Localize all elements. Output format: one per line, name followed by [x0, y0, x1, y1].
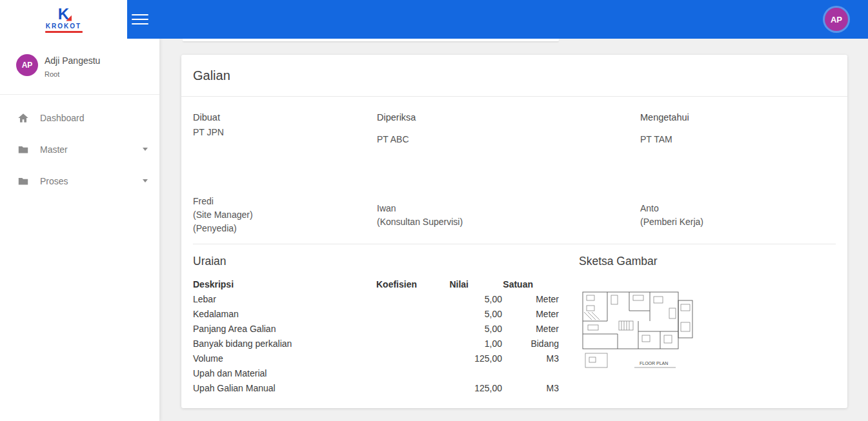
sidebar-item-label: Proses — [40, 176, 68, 186]
approval-company: PT ABC — [377, 134, 558, 144]
signer-name: Fredi — [193, 195, 253, 208]
sidebar-item-label: Dashboard — [40, 113, 85, 123]
folder-icon — [17, 175, 30, 187]
signer-name: Anto — [640, 202, 703, 215]
column-header-nilai: Nilai — [434, 279, 502, 289]
approval-column-diperiksa: Diperiksa PT ABC Iwan (Konsultan Supervi… — [377, 112, 558, 144]
uraian-cell-deskripsi: Lebar — [193, 294, 376, 304]
uraian-cell-deskripsi: Upah dan Material — [193, 368, 376, 378]
signer-role: (Penyedia) — [193, 222, 253, 235]
uraian-cell-satuan: Meter — [502, 294, 559, 304]
folder-icon — [17, 144, 30, 155]
sidebar-item-dashboard[interactable]: Dashboard — [0, 102, 159, 133]
uraian-row: Panjang Area Galian5,00Meter — [193, 321, 559, 336]
chevron-down-icon — [143, 179, 148, 182]
uraian-table-body: Lebar5,00MeterKedalaman5,00MeterPanjang … — [193, 291, 559, 395]
logo-text: KROKOT — [45, 23, 83, 30]
sidebar: AP Adji Pangestu Root Dashboard Master P… — [0, 39, 159, 421]
user-name: Adji Pangestu — [45, 55, 100, 66]
uraian-cell-satuan: Bidang — [502, 338, 559, 349]
sidebar-divider — [0, 94, 159, 95]
floor-plan-caption: FLOOR PLAN — [640, 361, 668, 366]
sketsa-heading: Sketsa Gambar — [579, 255, 658, 268]
uraian-cell-nilai: 1,00 — [434, 338, 502, 349]
approval-signature: Anto (Pemberi Kerja) — [640, 202, 703, 229]
sidebar-menu: Dashboard Master Proses — [0, 102, 159, 197]
uraian-cell-satuan: Meter — [502, 309, 559, 319]
approval-company: PT JPN — [193, 127, 374, 137]
column-header-deskripsi: Deskripsi — [193, 279, 376, 289]
uraian-cell-nilai: 125,00 — [434, 353, 502, 364]
uraian-cell-deskripsi: Volume — [193, 353, 376, 364]
uraian-cell-deskripsi: Banyak bidang perkalian — [193, 338, 376, 349]
main-content: Galian Dibuat PT JPN Fredi (Site Manager… — [159, 39, 868, 421]
sidebar-item-label: Master — [40, 144, 68, 155]
approval-label: Mengetahui — [640, 112, 821, 122]
uraian-row: Upah dan Material — [193, 366, 559, 380]
uraian-table-header: Deskripsi Koefisien Nilai Satuan — [193, 277, 559, 291]
uraian-row: Lebar5,00Meter — [193, 291, 559, 306]
chevron-down-icon — [143, 148, 148, 151]
header-user-avatar[interactable]: AP — [825, 8, 848, 31]
signer-role: (Pemberi Kerja) — [640, 215, 703, 229]
signer-role: (Site Manager) — [193, 208, 253, 222]
approval-signature: Fredi (Site Manager) (Penyedia) — [193, 195, 253, 235]
card-header: Galian — [181, 55, 847, 97]
uraian-row: Kedalaman5,00Meter — [193, 306, 559, 321]
uraian-table: Deskripsi Koefisien Nilai Satuan Lebar5,… — [193, 277, 559, 395]
approval-column-dibuat: Dibuat PT JPN Fredi (Site Manager) (Peny… — [193, 112, 374, 137]
hamburger-icon — [132, 14, 151, 25]
floor-plan-image: FLOOR PLAN — [579, 289, 698, 373]
approval-signature: Iwan (Konsultan Supervisi) — [377, 202, 463, 229]
menu-toggle-button[interactable] — [132, 11, 151, 28]
column-header-satuan: Satuan — [502, 279, 559, 289]
logo-underline — [45, 31, 83, 33]
uraian-heading: Uraian — [193, 255, 227, 268]
uraian-cell-satuan: M3 — [502, 353, 559, 364]
uraian-cell-nilai: 5,00 — [434, 309, 502, 319]
sidebar-item-proses[interactable]: Proses — [0, 165, 159, 197]
approval-column-mengetahui: Mengetahui PT TAM Anto (Pemberi Kerja) — [640, 112, 821, 144]
signer-name: Iwan — [377, 202, 463, 215]
approval-label: Diperiksa — [377, 112, 558, 122]
uraian-row: Banyak bidang perkalian1,00Bidang — [193, 336, 559, 351]
section-divider — [193, 244, 836, 244]
column-header-koefisien: Koefisien — [376, 279, 434, 289]
uraian-cell-nilai: 5,00 — [434, 324, 502, 334]
uraian-row: Volume125,00M3 — [193, 351, 559, 366]
uraian-cell-satuan: M3 — [502, 383, 559, 393]
logo-k-icon: K — [58, 6, 69, 22]
app-logo[interactable]: K KROKOT — [0, 0, 127, 39]
uraian-cell-nilai: 125,00 — [434, 383, 502, 393]
user-role: Root — [45, 70, 100, 78]
uraian-cell-deskripsi: Upah Galian Manual — [193, 383, 376, 393]
signer-role: (Konsultan Supervisi) — [377, 215, 463, 229]
galian-card: Galian Dibuat PT JPN Fredi (Site Manager… — [181, 55, 847, 408]
approval-company: PT TAM — [640, 134, 821, 144]
uraian-cell-nilai: 5,00 — [434, 294, 502, 304]
home-icon — [17, 112, 30, 124]
top-header: K KROKOT AP — [0, 0, 868, 39]
sidebar-item-master[interactable]: Master — [0, 133, 159, 165]
uraian-cell-deskripsi: Kedalaman — [193, 309, 376, 319]
sidebar-user: AP Adji Pangestu Root — [16, 54, 100, 78]
uraian-row: Upah Galian Manual125,00M3 — [193, 380, 559, 395]
previous-card-edge — [183, 39, 559, 42]
uraian-cell-deskripsi: Panjang Area Galian — [193, 324, 376, 334]
approval-label: Dibuat — [193, 112, 374, 122]
card-title: Galian — [193, 68, 230, 83]
uraian-cell-satuan: Meter — [502, 324, 559, 334]
sidebar-user-avatar: AP — [16, 54, 38, 76]
